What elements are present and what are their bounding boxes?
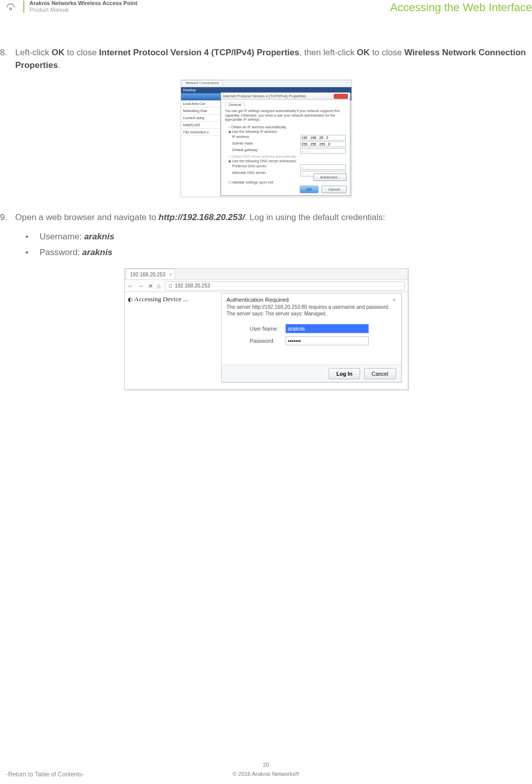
default-password: araknis bbox=[82, 247, 113, 257]
close-icon[interactable]: × bbox=[393, 297, 396, 303]
radio-use-ip[interactable]: Use the following IP address: bbox=[228, 130, 346, 134]
t: to close bbox=[370, 48, 404, 57]
figure-tcpip-dialog: Network Connections Desktop Local Area C… bbox=[181, 80, 352, 197]
password-label: Password: bbox=[250, 338, 286, 344]
section-title: Accessing the Web Interface bbox=[390, 1, 532, 14]
t: to close bbox=[64, 48, 99, 57]
t: Internet Protocol Version 4 (TCP/IPv4) P… bbox=[99, 48, 299, 57]
step-body: Left-click OK to close Internet Protocol… bbox=[15, 47, 532, 72]
ip-address-field[interactable] bbox=[300, 135, 346, 140]
return-to-toc-link[interactable]: -Return to Table of Contents- bbox=[6, 771, 84, 778]
back-icon[interactable]: ← bbox=[128, 282, 134, 290]
dialog-title: Internet Protocol Version 4 (TCP/IPv4) P… bbox=[223, 94, 306, 98]
t: . bbox=[58, 60, 60, 70]
t: Connect using: bbox=[181, 115, 220, 122]
cancel-button[interactable]: Cancel bbox=[322, 186, 346, 193]
list-item: Password: araknis bbox=[25, 245, 532, 261]
username-field[interactable] bbox=[286, 324, 369, 333]
step-9: 9. Open a web browser and navigate to ht… bbox=[0, 211, 532, 260]
username-label: User Name: bbox=[250, 326, 286, 332]
login-button[interactable]: Log In bbox=[329, 368, 360, 379]
page-loading-text: Accessing Device ... bbox=[128, 295, 188, 303]
ip-address-label: IP address: bbox=[232, 135, 250, 140]
close-icon[interactable] bbox=[334, 94, 348, 99]
t: 192.168.20.253 bbox=[175, 283, 210, 289]
auth-dialog-title: Authentication Required bbox=[227, 297, 289, 303]
ok-button[interactable]: OK bbox=[300, 186, 318, 193]
dns2-label: Alternate DNS server: bbox=[232, 171, 267, 176]
figure-browser-auth: 192.168.20.253 ← → ✕ ⌂ 192.168.20.253 Ac… bbox=[124, 268, 408, 390]
browser-tab[interactable]: 192.168.20.253 bbox=[126, 269, 175, 279]
radio-obtain-ip[interactable]: Obtain an IP address automatically bbox=[228, 125, 346, 129]
t: OK bbox=[357, 48, 370, 57]
step-body: Open a web browser and navigate to http:… bbox=[15, 211, 532, 260]
network-connection-panel: Local Area Con Networking Shar Connect u… bbox=[181, 100, 221, 197]
step-number: 8. bbox=[0, 47, 15, 72]
product-name: Araknis Networks Wireless Access Point bbox=[29, 0, 137, 7]
home-icon[interactable]: ⌂ bbox=[157, 282, 161, 290]
t: Intel(R) 825 bbox=[181, 122, 220, 129]
t: OK bbox=[52, 48, 65, 57]
forward-icon[interactable]: → bbox=[138, 282, 144, 290]
radio-use-dns[interactable]: Use the following DNS server addresses: bbox=[228, 159, 346, 163]
general-tab[interactable]: General bbox=[225, 102, 245, 107]
browser-tabbar: 192.168.20.253 bbox=[125, 269, 408, 280]
t: . Log in using the default credentials: bbox=[245, 212, 385, 222]
t: Password: bbox=[40, 247, 82, 257]
radio-obtain-dns: Obtain DNS server address automatically bbox=[228, 155, 346, 158]
dialog-note: You can get IP settings assigned automat… bbox=[225, 109, 346, 122]
auth-dialog-message: The server http://192.168.20.253:80 requ… bbox=[222, 304, 401, 321]
ipv4-properties-dialog: Internet Protocol Version 4 (TCP/IPv4) P… bbox=[221, 92, 350, 196]
product-header: Araknis Networks Wireless Access Point P… bbox=[29, 0, 137, 13]
page-number: 20 bbox=[0, 762, 532, 768]
dns1-label: Preferred DNS server: bbox=[232, 164, 267, 170]
subnet-mask-field[interactable] bbox=[300, 141, 346, 147]
stop-icon[interactable]: ✕ bbox=[148, 282, 153, 290]
advanced-button[interactable]: Advanced... bbox=[313, 173, 347, 181]
cancel-button[interactable]: Cancel bbox=[364, 368, 396, 379]
dns1-field[interactable] bbox=[300, 164, 346, 170]
address-bar[interactable]: 192.168.20.253 bbox=[165, 281, 405, 291]
auth-dialog: Authentication Required × The server htt… bbox=[221, 293, 402, 382]
password-field[interactable] bbox=[286, 336, 369, 345]
araknis-logo-icon bbox=[0, 0, 21, 13]
explorer-tab: Network Connections bbox=[182, 80, 223, 85]
t: Local Area Con bbox=[181, 100, 220, 108]
step-number: 9. bbox=[0, 211, 15, 260]
step-8: 8. Left-click OK to close Internet Proto… bbox=[0, 47, 532, 72]
t: , then left-click bbox=[299, 48, 357, 57]
t: Networking Shar bbox=[181, 108, 220, 115]
default-username: araknis bbox=[84, 232, 115, 241]
subnet-mask-label: Subnet mask: bbox=[232, 141, 254, 147]
t: Username: bbox=[40, 232, 84, 241]
login-url: http://192.168.20.253/ bbox=[159, 212, 245, 222]
gateway-label: Default gateway: bbox=[232, 148, 259, 154]
list-item: Username: araknis bbox=[25, 229, 532, 245]
t: Left-click bbox=[15, 48, 52, 57]
svg-point-0 bbox=[10, 8, 12, 10]
t: This connection u bbox=[181, 129, 220, 136]
product-subtitle: Product Manual bbox=[29, 7, 137, 13]
header-divider bbox=[23, 1, 24, 13]
t: Open a web browser and navigate to bbox=[15, 212, 159, 222]
gateway-field[interactable] bbox=[300, 148, 346, 154]
